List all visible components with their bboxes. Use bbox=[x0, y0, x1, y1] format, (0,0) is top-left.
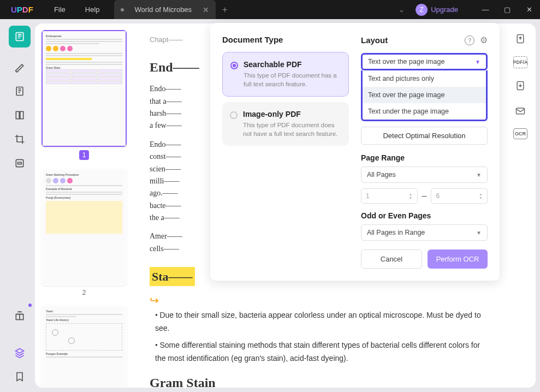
bookmark-tool[interactable] bbox=[9, 366, 31, 388]
redact-tool[interactable] bbox=[9, 152, 31, 174]
caret-down-icon: ▼ bbox=[476, 172, 482, 178]
tab-close-icon[interactable]: ✕ bbox=[203, 5, 209, 14]
right-toolbar: PDF/A OCR bbox=[505, 23, 536, 388]
menu-file[interactable]: File bbox=[44, 5, 75, 14]
layout-select[interactable]: Text over the page image ▼ bbox=[361, 53, 488, 70]
menu-help[interactable]: Help bbox=[75, 5, 110, 14]
thumbnail-1-number: 1 bbox=[79, 150, 89, 160]
tab-modified-dot-icon bbox=[121, 8, 124, 11]
thumbnail-panel: Endospores Gram Stain 1 Gram Staining Pr… bbox=[35, 23, 133, 388]
cancel-button[interactable]: Cancel bbox=[361, 250, 422, 269]
doc-highlight: Sta—— bbox=[150, 267, 195, 286]
thumbnail-page-3[interactable]: Yeast Yeast Life History Fungus Example bbox=[41, 305, 127, 388]
oddeven-select[interactable]: All Pages in Range ▼ bbox=[361, 224, 488, 241]
pagerange-value: All Pages bbox=[367, 171, 396, 179]
comment-tool[interactable] bbox=[9, 56, 31, 78]
thumbnail-2-number: 2 bbox=[41, 289, 127, 296]
range-to-input[interactable]: 6▲▼ bbox=[431, 188, 488, 204]
radio-checked-icon bbox=[230, 62, 238, 69]
thumbnail-page-1[interactable]: Endospores Gram Stain bbox=[41, 30, 127, 147]
range-from-input[interactable]: 1▲▼ bbox=[361, 188, 418, 204]
doc-list-item: • Some differential staining methods tha… bbox=[155, 339, 489, 365]
caret-down-icon: ▼ bbox=[475, 59, 480, 65]
doc-list-item: • Due to their small size, bacteria appe… bbox=[155, 309, 489, 335]
doctype-imageonly-desc: This type of PDF document does not have … bbox=[243, 121, 341, 138]
doctype-imageonly-option[interactable]: Image-only PDF This type of PDF document… bbox=[222, 102, 349, 146]
caret-down-icon: ▼ bbox=[476, 230, 482, 236]
layers-tool[interactable] bbox=[9, 342, 31, 364]
tabs-chevron-icon[interactable]: ⌄ bbox=[399, 5, 405, 14]
svg-rect-2 bbox=[16, 111, 19, 118]
layout-option-text-over[interactable]: Text over the page image bbox=[363, 87, 486, 103]
doc-heading-gram: Gram Stain bbox=[150, 372, 489, 388]
perform-ocr-button[interactable]: Perform OCR bbox=[428, 250, 488, 269]
detect-resolution-button[interactable]: Detect Optimal Resolution bbox=[361, 127, 488, 145]
pdfa-icon[interactable]: PDF/A bbox=[513, 56, 527, 68]
document-tab[interactable]: World of Microbes ✕ bbox=[114, 0, 216, 19]
upgrade-label: Upgrade bbox=[431, 5, 458, 14]
pagerange-title: Page Range bbox=[361, 153, 488, 162]
layout-dropdown: Text and pictures only Text over the pag… bbox=[361, 70, 488, 121]
radio-unchecked-icon bbox=[230, 111, 238, 119]
help-icon[interactable]: ? bbox=[465, 35, 474, 45]
pagerange-select[interactable]: All Pages ▼ bbox=[361, 167, 488, 183]
layout-option-text-under[interactable]: Text under the page image bbox=[363, 103, 486, 120]
user-avatar-icon: Z bbox=[416, 4, 428, 16]
layout-title: Layout bbox=[361, 35, 388, 45]
oddeven-title: Odd or Even Pages bbox=[361, 211, 488, 220]
layout-select-value: Text over the page image bbox=[368, 58, 444, 66]
window-minimize-button[interactable]: — bbox=[474, 0, 496, 19]
svg-rect-3 bbox=[20, 111, 23, 118]
left-toolbar bbox=[4, 23, 35, 388]
reader-tool[interactable] bbox=[9, 26, 31, 47]
ocr-icon[interactable]: OCR bbox=[513, 128, 527, 139]
window-close-button[interactable]: ✕ bbox=[518, 0, 540, 19]
new-tab-button[interactable]: + bbox=[222, 5, 227, 15]
svg-rect-5 bbox=[18, 162, 22, 164]
gift-tool[interactable] bbox=[9, 305, 31, 326]
svg-rect-4 bbox=[16, 159, 23, 167]
organize-tool[interactable] bbox=[9, 104, 31, 126]
ocr-panel: Document Type Searchable PDF This type o… bbox=[210, 23, 500, 281]
oddeven-value: All Pages in Range bbox=[367, 229, 425, 236]
mail-icon[interactable] bbox=[513, 103, 528, 118]
tab-title: World of Microbes bbox=[135, 5, 192, 14]
titlebar: UPDF File Help World of Microbes ✕ + ⌄ Z… bbox=[0, 0, 540, 19]
thumbnail-page-2[interactable]: Gram Staining Procedure Example of Bacte… bbox=[41, 169, 127, 286]
range-dash: – bbox=[422, 191, 427, 201]
save-file-icon[interactable] bbox=[513, 78, 528, 93]
settings-gear-icon[interactable]: ⚙ bbox=[480, 35, 488, 45]
doctype-searchable-label: Searchable PDF bbox=[244, 60, 341, 69]
doctype-searchable-desc: This type of PDF document has a full tex… bbox=[244, 71, 341, 88]
annotation-arrow-icon: ↪ bbox=[150, 292, 489, 309]
export-file-icon[interactable] bbox=[513, 31, 528, 46]
layout-option-text-pictures[interactable]: Text and pictures only bbox=[363, 70, 486, 87]
app-logo: UPDF bbox=[0, 5, 44, 14]
edit-tool[interactable] bbox=[9, 80, 31, 102]
doctype-title: Document Type bbox=[222, 35, 283, 44]
doctype-searchable-option[interactable]: Searchable PDF This type of PDF document… bbox=[222, 52, 349, 97]
upgrade-button[interactable]: Z Upgrade bbox=[416, 4, 458, 16]
crop-tool[interactable] bbox=[9, 128, 31, 150]
doctype-imageonly-label: Image-only PDF bbox=[243, 110, 341, 118]
svg-rect-9 bbox=[517, 108, 525, 114]
window-maximize-button[interactable]: ▢ bbox=[496, 0, 518, 19]
